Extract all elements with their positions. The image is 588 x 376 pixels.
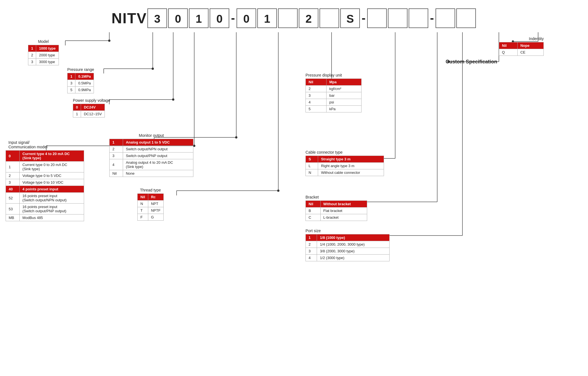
pd-row-1: 2 kgf/cm² <box>306 86 362 92</box>
mo-code-3: 4 <box>110 159 123 170</box>
part-box-0a: 0 <box>168 8 188 28</box>
mo-row-2: 3 Switch output/PNP output <box>110 153 193 159</box>
pz-code-3: 4 <box>306 255 317 261</box>
tt-row-1: N NPT <box>138 200 164 207</box>
part-blank-7 <box>456 8 476 28</box>
pz-row-0: 1 1/8 (1000 type) <box>306 234 390 241</box>
cable-connector-label: Cable connector type <box>305 150 384 154</box>
is-row-5: 52 16 points preset input(Switch output/… <box>6 193 84 204</box>
ps-desc-0: DC24V <box>81 104 105 111</box>
part-blank-5 <box>409 8 428 28</box>
pz-row-2: 3 3/8 (2000, 3000 type) <box>306 248 390 255</box>
port-size-section: Port size 1 1/8 (1000 type) 2 1/4 (1000,… <box>305 229 390 261</box>
model-code-0: 1 <box>28 45 36 52</box>
pd-row-3: 4 psi <box>306 99 362 106</box>
thread-type-label: Thread type <box>137 188 164 192</box>
pz-desc-0: 1/8 (1000 type) <box>317 234 390 241</box>
model-desc-2: 3000 type <box>36 59 59 65</box>
mo-desc-0: Analog output 1 to 5 VDC <box>123 139 193 146</box>
pz-desc-2: 3/8 (2000, 3000 type) <box>317 248 390 255</box>
mo-code-1: 2 <box>110 146 123 153</box>
custom-spec-section: Custom Specification <box>446 59 497 65</box>
model-code-1: 2 <box>28 52 36 59</box>
part-number-header: NITV 3 0 1 0 - 0 1 2 S - - <box>14 8 574 28</box>
pd-desc-0: Mpa <box>326 79 361 86</box>
id-code-0: Nil <box>499 42 518 49</box>
pd-row-2: 3 bar <box>306 92 362 99</box>
tt-desc-1: NPT <box>148 200 163 207</box>
cable-connector-section: Cable connector type S Straight type 3 m… <box>305 150 384 176</box>
svg-point-11 <box>172 98 174 101</box>
part-dash-3: - <box>430 8 434 28</box>
is-code-5: 52 <box>6 193 20 204</box>
id-row-0: Nil Nope <box>499 42 544 49</box>
svg-point-3 <box>108 40 110 42</box>
pd-code-4: 5 <box>306 106 327 112</box>
pd-row-0: Nil Mpa <box>306 79 362 86</box>
pz-desc-1: 1/4 (1000, 2000, 3000 type) <box>317 241 390 248</box>
pd-row-4: 5 kPa <box>306 106 362 112</box>
pz-row-1: 2 1/4 (1000, 2000, 3000 type) <box>306 241 390 248</box>
custom-spec-label: Custom Specification <box>446 59 497 65</box>
pd-code-2: 3 <box>306 92 327 99</box>
pz-desc-3: 1/2 (3000 type) <box>317 255 390 261</box>
is-row-1: 1 Current type 0 to 20 mA DC(Sink type) <box>6 162 84 172</box>
br-desc-0: Without bracket <box>320 201 367 207</box>
page-container: NITV 3 0 1 0 - 0 1 2 S - - Model 1 1000 … <box>0 0 588 376</box>
br-code-2: C <box>306 214 321 221</box>
mo-desc-2: Switch output/PNP output <box>123 153 193 159</box>
pressure-range-section: Pressure range 1 0.1MPa 3 0.5MPa 5 0.9MP… <box>67 67 94 93</box>
br-desc-1: Flat bracket <box>320 207 367 214</box>
pressure-display-table: Nil Mpa 2 kgf/cm² 3 bar 4 psi 5 kPa <box>305 79 362 112</box>
identity-section: Indentity Nil Nope Q CE <box>499 36 544 56</box>
part-box-1b: 1 <box>257 8 277 28</box>
pressure-range-table: 1 0.1MPa 3 0.5MPa 5 0.9MPa <box>67 73 94 93</box>
is-code-6: 53 <box>6 204 20 214</box>
pd-desc-4: kPa <box>326 106 361 112</box>
pressure-display-section: Pressure display unit Nil Mpa 2 kgf/cm² … <box>305 73 362 112</box>
ps-code-1: 1 <box>73 111 81 117</box>
part-box-0c: 0 <box>237 8 256 28</box>
pd-code-1: 2 <box>306 86 327 92</box>
thread-type-section: Thread type Nil Rc N NPT T NPTF F G <box>137 188 164 221</box>
cc-code-2: N <box>306 169 318 176</box>
ps-row-0: 0 DC24V <box>73 104 105 111</box>
model-table: 1 1000 type 2 2000 type 3 3000 type <box>28 45 59 65</box>
id-row-1: Q CE <box>499 49 544 56</box>
br-row-0: Nil Without bracket <box>306 201 367 207</box>
part-box-S: S <box>340 8 360 28</box>
tt-code-3: F <box>138 214 148 221</box>
br-code-1: B <box>306 207 321 214</box>
pd-desc-2: bar <box>326 92 361 99</box>
is-desc-1: Current type 0 to 20 mA DC(Sink type) <box>20 162 84 172</box>
is-row-7: MB ModBus 485 <box>6 214 84 221</box>
model-row-0: 1 1000 type <box>28 45 59 52</box>
input-signal-label: Input signal/Communication model <box>8 140 84 149</box>
part-blank-1 <box>278 8 298 28</box>
power-supply-table: 0 DC24V 1 DC12~15V <box>73 104 105 117</box>
mo-desc-3: Analog output 4 to 20 mA DC(Sink type) <box>123 159 193 170</box>
pd-desc-1: kgf/cm² <box>326 86 361 92</box>
is-code-3: 3 <box>6 179 20 186</box>
ps-row-1: 1 DC12~15V <box>73 111 105 117</box>
is-row-3: 3 Voltage type 0 to 10 VDC <box>6 179 84 186</box>
mo-row-1: 2 Switch output/NPN output <box>110 146 193 153</box>
is-code-1: 1 <box>6 162 20 172</box>
ps-desc-1: DC12~15V <box>81 111 105 117</box>
nitv-label: NITV <box>112 10 147 27</box>
is-desc-3: Voltage type 0 to 10 VDC <box>20 179 84 186</box>
bracket-section: Bracket Nil Without bracket B Flat brack… <box>305 195 367 221</box>
is-desc-7: ModBus 485 <box>20 214 84 221</box>
part-dash-2: - <box>362 8 365 28</box>
bracket-table: Nil Without bracket B Flat bracket C L-b… <box>305 200 367 221</box>
part-blank-6 <box>436 8 455 28</box>
monitor-output-table: 1 Analog output 1 to 5 VDC 2 Switch outp… <box>109 139 193 177</box>
pr-row-1: 3 0.5MPa <box>68 80 94 87</box>
br-row-1: B Flat bracket <box>306 207 367 214</box>
model-desc-1: 2000 type <box>36 52 59 59</box>
mo-code-4: Nil <box>110 170 123 177</box>
thread-type-table: Nil Rc N NPT T NPTF F G <box>137 193 164 221</box>
is-code-2: 2 <box>6 172 20 179</box>
pressure-display-label: Pressure display unit <box>305 73 362 77</box>
port-size-label: Port size <box>305 229 390 233</box>
